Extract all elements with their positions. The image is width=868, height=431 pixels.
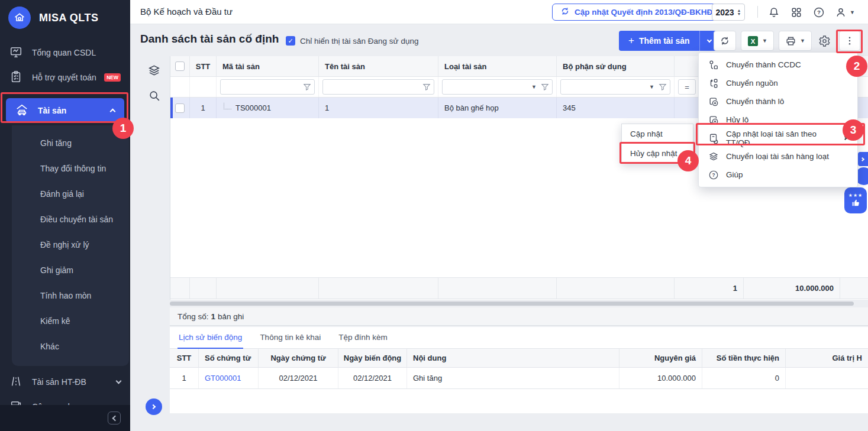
detail-cell-gia-tri bbox=[786, 368, 868, 388]
caret-down-icon: ▼ bbox=[800, 38, 805, 44]
column-header-stt[interactable]: STT bbox=[190, 56, 217, 76]
filter-operator-equals[interactable]: = bbox=[678, 79, 696, 95]
tree-expander-icon[interactable] bbox=[224, 103, 231, 109]
annotation-step-4: 4 bbox=[677, 150, 699, 171]
submenu-item-tinh-hao-mon[interactable]: Tính hao mòn bbox=[12, 283, 129, 308]
export-excel-button[interactable]: X ▼ bbox=[741, 31, 774, 51]
detail-cell-noi-dung: Ghi tăng bbox=[407, 368, 619, 388]
sidebar-item-label: Hỗ trợ quyết toán bbox=[32, 73, 98, 82]
tab-tep-dinh-kem[interactable]: Tệp đính kèm bbox=[337, 327, 389, 349]
sidebar-item-tai-san[interactable]: Tài sản bbox=[6, 98, 124, 123]
filter-funnel-icon bbox=[659, 83, 667, 91]
column-header-loai-tai-san[interactable]: Loại tài sản bbox=[438, 56, 557, 76]
sidebar-item-tai-san-ht-db[interactable]: Tài sản HT-ĐB bbox=[0, 370, 130, 394]
submenu-item-kiem-ke[interactable]: Kiểm kê bbox=[12, 308, 129, 333]
scrollbar-thumb[interactable] bbox=[170, 302, 854, 306]
sidebar-item-ho-tro-quyet-toan[interactable]: Hỗ trợ quyết toán NEW bbox=[0, 65, 130, 90]
asset-groups-panel-icon[interactable] bbox=[147, 64, 161, 79]
submenu-item-ghi-giam[interactable]: Ghi giảm bbox=[12, 257, 129, 283]
road-icon bbox=[9, 375, 22, 390]
filter-select-bo-phan-su-dung[interactable]: ▼ bbox=[560, 79, 670, 95]
help-icon: ? bbox=[708, 170, 719, 180]
search-icon[interactable] bbox=[148, 89, 161, 104]
detail-row[interactable]: 1 GT000001 02/12/2021 02/12/2021 Ghi tăn… bbox=[170, 368, 868, 389]
select-all-checkbox[interactable] bbox=[170, 56, 190, 76]
checkbox-checked-icon[interactable]: ✓ bbox=[286, 36, 295, 46]
total-records-bar: Tổng số: 1 bản ghi bbox=[170, 307, 868, 326]
detail-col-noi-dung: Nội dung bbox=[407, 349, 619, 367]
sidebar-collapse-button[interactable] bbox=[108, 411, 121, 424]
user-menu[interactable]: ▼ bbox=[833, 5, 857, 20]
help-icon[interactable]: ? bbox=[812, 5, 826, 20]
submenu-item-khac[interactable]: Khác bbox=[12, 333, 129, 359]
add-asset-button-group: + Thêm tài sản bbox=[619, 31, 719, 51]
summary-nguyen-gia: 10.000.000 bbox=[744, 278, 840, 299]
summary-quantity: 1 bbox=[675, 278, 744, 299]
submenu-item-thay-doi-thong-tin[interactable]: Thay đổi thông tin bbox=[12, 155, 129, 181]
menu-item-chuyen-loai-tai-san-hang-loat[interactable]: Chuyển loại tài sản hàng loạt bbox=[699, 147, 857, 166]
annotation-step-1: 1 bbox=[112, 118, 134, 139]
caret-down-icon: ▼ bbox=[850, 9, 855, 15]
menu-item-label: Chuyển nguồn bbox=[726, 79, 848, 88]
feedback-rating-button[interactable]: ★★★ bbox=[844, 187, 867, 213]
detail-cell-nguyen-gia: 10.000.000 bbox=[619, 368, 702, 388]
annotation-step-2: 2 bbox=[846, 56, 867, 77]
apps-grid-icon[interactable] bbox=[789, 5, 804, 20]
menu-item-cap-nhat-loai-tai-san-theo-tt-qd[interactable]: Cập nhật loại tài sản theo TT/QĐ bbox=[699, 129, 857, 147]
expand-panel-button[interactable] bbox=[146, 398, 162, 415]
cell-stt: 1 bbox=[190, 98, 217, 118]
column-header-bo-phan-su-dung[interactable]: Bộ phận sử dụng bbox=[557, 56, 675, 76]
voucher-link[interactable]: GT000001 bbox=[205, 374, 241, 383]
menu-item-giup[interactable]: ? Giúp bbox=[699, 166, 857, 184]
update-decision-button[interactable]: Cập nhật Quyết định 2013/QĐ-BKHĐT bbox=[552, 4, 726, 21]
convert-to-tool-icon bbox=[708, 60, 719, 70]
layers-icon bbox=[708, 151, 719, 162]
add-asset-button[interactable]: + Thêm tài sản bbox=[619, 31, 699, 51]
collapse-right-panel-button[interactable] bbox=[858, 152, 868, 166]
tab-thong-tin-ke-khai[interactable]: Thông tin kê khai bbox=[259, 327, 322, 349]
app-title: MISA QLTS bbox=[39, 12, 99, 24]
notifications-bell-icon[interactable] bbox=[767, 5, 781, 20]
refresh-icon bbox=[719, 35, 730, 46]
submenu-item-danh-gia-lai[interactable]: Đánh giá lại bbox=[12, 181, 129, 206]
caret-down-icon: ▼ bbox=[762, 38, 767, 44]
menu-item-label: Giúp bbox=[726, 170, 848, 179]
year-spinner-icon[interactable]: ▲▼ bbox=[737, 9, 741, 16]
filter-input-ma-tai-san[interactable] bbox=[220, 79, 315, 95]
stars-icon: ★★★ bbox=[848, 193, 863, 198]
column-header-ma-tai-san[interactable]: Mã tài sản bbox=[217, 56, 319, 76]
year-selector[interactable]: 2023 ▲▼ bbox=[712, 4, 745, 21]
detail-col-ngay-bien-dong: Ngày biến động bbox=[338, 349, 407, 367]
menu-item-chuyen-nguon[interactable]: Chuyển nguồn bbox=[699, 74, 857, 92]
filter-select-loai-tai-san[interactable]: ▼ bbox=[442, 79, 553, 95]
user-icon bbox=[835, 7, 847, 18]
context-menu-cap-nhat[interactable]: Cập nhật bbox=[622, 124, 693, 144]
excel-icon: X bbox=[747, 35, 759, 47]
show-in-use-filter[interactable]: ✓ Chỉ hiển thị tài sản Đang sử dụng bbox=[286, 36, 418, 46]
print-button[interactable]: ▼ bbox=[779, 31, 812, 51]
horizontal-scrollbar[interactable] bbox=[170, 301, 868, 306]
total-label: Tổng số: bbox=[178, 312, 209, 321]
sidebar-item-tong-quan-csdl[interactable]: Tổng quan CSDL bbox=[0, 40, 130, 65]
cell-loai-tai-san: Bộ bàn ghế họp bbox=[438, 98, 557, 118]
menu-item-label: Chuyển loại tài sản hàng loạt bbox=[726, 152, 848, 161]
submenu-item-ghi-tang[interactable]: Ghi tăng bbox=[12, 130, 129, 155]
app-logo[interactable]: MISA QLTS bbox=[0, 0, 130, 35]
row-checkbox[interactable] bbox=[170, 98, 190, 118]
refresh-button[interactable] bbox=[714, 31, 736, 51]
settings-button[interactable] bbox=[815, 31, 834, 51]
more-actions-button[interactable] bbox=[839, 31, 860, 51]
menu-item-huy-lo[interactable]: Hủy lô bbox=[699, 111, 857, 129]
submenu-item-de-nghi-xu-ly[interactable]: Đề nghị xử lý bbox=[12, 232, 129, 257]
document-update-icon bbox=[708, 133, 719, 144]
detail-col-gia-tri: Giá trị H bbox=[786, 349, 868, 367]
column-header-ten-tai-san[interactable]: Tên tài sản bbox=[319, 56, 438, 76]
tab-lich-su-bien-dong[interactable]: Lịch sử biến động bbox=[178, 327, 243, 349]
menu-item-chuyen-thanh-ccdc[interactable]: Chuyển thành CCDC bbox=[699, 56, 857, 74]
menu-item-chuyen-thanh-lo[interactable]: Chuyển thành lô bbox=[699, 92, 857, 111]
year-value: 2023 bbox=[715, 8, 734, 17]
annotation-step-3: 3 bbox=[843, 119, 864, 141]
topbar-divider bbox=[757, 6, 758, 18]
submenu-item-dieu-chuyen-tai-san[interactable]: Điều chuyển tài sản bbox=[12, 206, 129, 232]
filter-input-ten-tai-san[interactable] bbox=[322, 79, 434, 95]
